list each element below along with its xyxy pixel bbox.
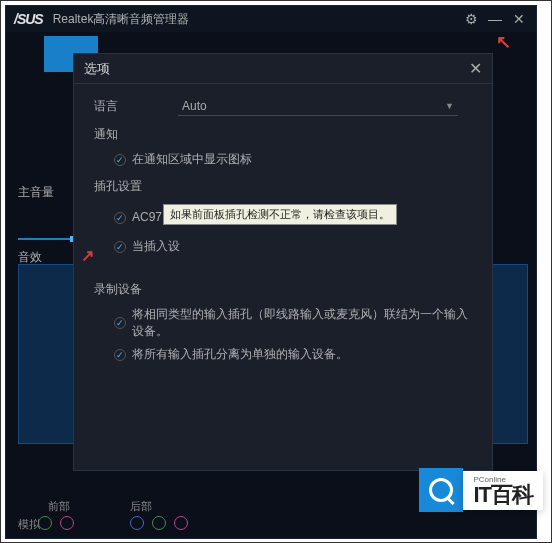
- asus-logo: /SUS: [14, 11, 43, 27]
- close-button[interactable]: ✕: [510, 10, 528, 28]
- checkbox-label: 在通知区域中显示图标: [132, 151, 252, 168]
- jack-pink-icon[interactable]: [174, 516, 188, 530]
- app-title: Realtek高清晰音频管理器: [53, 11, 190, 28]
- checkbox-label: 将相同类型的输入插孔（即线路输入或麦克风）联结为一个输入设备。: [132, 306, 472, 340]
- watermark-logo-icon: [419, 468, 463, 512]
- record-combine-checkbox[interactable]: 将相同类型的输入插孔（即线路输入或麦克风）联结为一个输入设备。: [114, 306, 472, 340]
- jack-green-icon[interactable]: [152, 516, 166, 530]
- jack-section-label: 插孔设置: [94, 178, 472, 195]
- front-label: 前部: [48, 499, 70, 514]
- annotation-arrow-icon: [81, 246, 94, 265]
- checkbox-icon: [114, 349, 126, 361]
- checkbox-icon: [114, 154, 126, 166]
- settings-icon[interactable]: ⚙: [462, 10, 480, 28]
- titlebar: /SUS Realtek高清晰音频管理器 ⚙ — ✕: [6, 6, 536, 32]
- on-insert-checkbox[interactable]: 当插入设: [114, 238, 472, 255]
- jack-blue-icon[interactable]: [130, 516, 144, 530]
- notify-section-label: 通知: [94, 126, 472, 143]
- language-value: Auto: [182, 99, 207, 113]
- language-dropdown[interactable]: Auto: [178, 96, 458, 116]
- checkbox-icon: [114, 241, 126, 253]
- volume-slider[interactable]: [18, 238, 74, 240]
- checkbox-icon: [114, 317, 126, 329]
- checkbox-label: 当插入设: [132, 238, 180, 255]
- checkbox-label: 将所有输入插孔分离为单独的输入设备。: [132, 346, 348, 363]
- dialog-header: 选项 ✕: [74, 54, 492, 84]
- close-icon[interactable]: ✕: [469, 59, 482, 78]
- jack-green-icon[interactable]: [38, 516, 52, 530]
- jack-pink-icon[interactable]: [60, 516, 74, 530]
- notify-tray-checkbox[interactable]: 在通知区域中显示图标: [114, 151, 472, 168]
- main-volume-label: 主音量: [18, 184, 54, 201]
- watermark: PConline IT百科: [419, 468, 543, 512]
- record-separate-checkbox[interactable]: 将所有输入插孔分离为单独的输入设备。: [114, 346, 472, 363]
- record-section-label: 录制设备: [94, 281, 472, 298]
- watermark-text: IT百科: [473, 484, 533, 506]
- checkbox-icon: [114, 212, 126, 224]
- analog-label: 模拟: [18, 517, 40, 532]
- language-label: 语言: [94, 98, 118, 115]
- annotation-arrow-icon: [496, 31, 511, 53]
- options-dialog: 选项 ✕ 语言 Auto 通知 在通知区域中显示图标 插孔设置 AC97 前面板…: [73, 53, 493, 471]
- minimize-button[interactable]: —: [486, 10, 504, 28]
- dialog-title: 选项: [84, 60, 110, 78]
- tooltip: 如果前面板插孔检测不正常，请检查该项目。: [163, 204, 397, 225]
- rear-label: 后部: [130, 499, 152, 514]
